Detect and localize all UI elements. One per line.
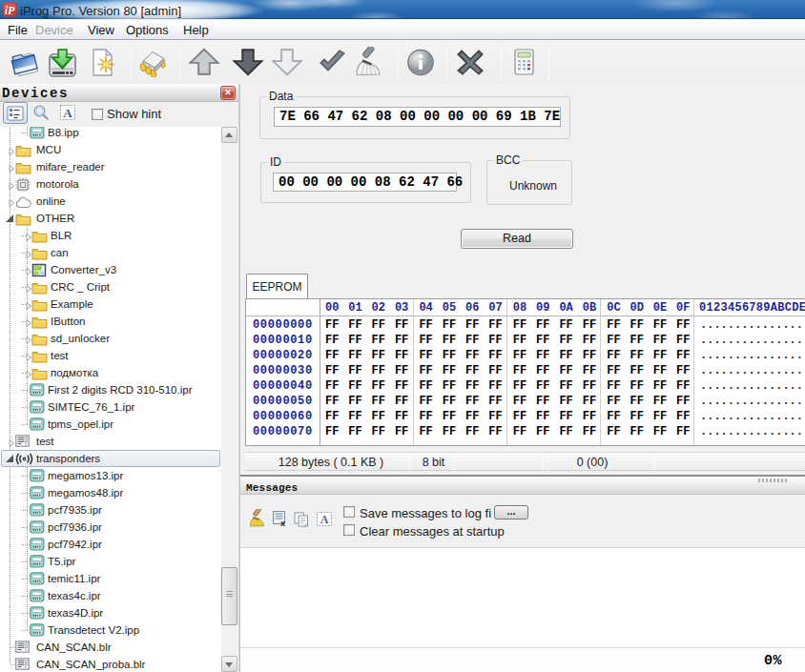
svg-text:iP: iP [5, 4, 15, 17]
svg-text:x: x [280, 519, 285, 527]
svg-text:A: A [320, 513, 329, 526]
svg-text:A: A [63, 106, 72, 120]
